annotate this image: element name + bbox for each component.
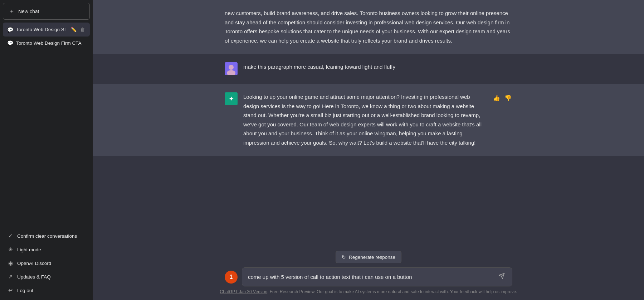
chat-input-area: ↻ Regenerate response 1 ChatGPT Jan 30 V… [93,245,644,300]
plus-icon: ＋ [9,8,15,15]
log-out-label: Log out [17,288,33,293]
assistant-message-block: ✦ Looking to up your online game and att… [93,84,644,156]
conversation-item-toronto-web-design-firm-cta[interactable]: 💬 Toronto Web Design Firm CTA [3,37,90,49]
user-message-text: make this paragraph more casual, leaning… [243,62,512,72]
user-badge-number: 1 [230,274,233,280]
logout-icon: ↩ [7,287,14,294]
assistant-message-inner: ✦ Looking to up your online game and att… [208,92,530,147]
chat-messages: new customers, build brand awareness, an… [93,0,644,245]
log-out-button[interactable]: ↩ Log out [3,284,90,297]
user-badge: 1 [225,271,238,284]
svg-text:✦: ✦ [229,95,234,102]
partial-assistant-text: new customers, build brand awareness, an… [208,9,530,45]
chatgpt-version-link[interactable]: ChatGPT Jan 30 Version [220,289,268,294]
conversation-item-toronto-web-design-si[interactable]: 💬 Toronto Web Design SI ✏️ 🗑 [3,23,90,37]
thumbs-down-button[interactable]: 👎 [504,94,512,102]
thumbs-up-button[interactable]: 👍 [492,94,501,102]
regenerate-button-wrapper: ↻ Regenerate response [336,251,401,263]
updates-faq-label: Updates & FAQ [17,274,51,280]
discord-icon: ◉ [7,260,14,266]
new-chat-label: New chat [18,9,39,14]
edit-conversation-button[interactable]: ✏️ [70,26,77,33]
user-message-block: make this paragraph more casual, leaning… [93,54,644,84]
sidebar-top: ＋ New chat 💬 Toronto Web Design SI ✏️ 🗑 … [0,0,93,226]
openai-discord-button[interactable]: ◉ OpenAI Discord [3,256,90,270]
openai-discord-label: OpenAI Discord [17,261,51,266]
svg-point-1 [229,65,234,70]
main-content: new customers, build brand awareness, an… [93,0,644,300]
sidebar-bottom: ✓ Confirm clear conversations ☀ Light mo… [0,226,93,300]
confirm-clear-conversations-button[interactable]: ✓ Confirm clear conversations [3,229,90,243]
chat-input[interactable] [248,274,494,280]
delete-conversation-button[interactable]: 🗑 [79,26,86,33]
confirm-clear-label: Confirm clear conversations [17,233,77,239]
input-wrapper: 1 [208,267,530,286]
partial-assistant-block: new customers, build brand awareness, an… [93,0,644,54]
updates-faq-button[interactable]: ↗ Updates & FAQ [3,270,90,284]
assistant-message-text: Looking to up your online game and attra… [243,92,487,147]
conversation-actions: ✏️ 🗑 [70,26,86,33]
sidebar: ＋ New chat 💬 Toronto Web Design SI ✏️ 🗑 … [0,0,93,300]
light-mode-label: Light mode [17,247,41,252]
user-message-inner: make this paragraph more casual, leaning… [208,62,530,75]
regenerate-icon: ↻ [342,254,346,260]
send-button[interactable] [497,272,506,282]
regenerate-label: Regenerate response [349,255,395,260]
message-actions: 👍 👎 [492,92,512,102]
new-chat-button[interactable]: ＋ New chat [3,3,90,20]
conversation-label: Toronto Web Design SI [16,27,67,32]
chat-icon: 💬 [7,27,13,33]
chat-footer: ChatGPT Jan 30 Version. Free Research Pr… [214,286,523,297]
regenerate-button[interactable]: ↻ Regenerate response [336,251,401,263]
chat-input-box [242,267,512,286]
external-link-icon: ↗ [7,274,14,280]
light-mode-button[interactable]: ☀ Light mode [3,243,90,256]
checkmark-icon: ✓ [7,233,14,239]
footer-text: . Free Research Preview. Our goal is to … [267,289,517,294]
assistant-avatar: ✦ [225,92,238,105]
sun-icon: ☀ [7,246,14,253]
user-avatar [225,62,238,75]
conversation-label: Toronto Web Design Firm CTA [16,40,86,46]
chat-icon: 💬 [7,40,13,46]
